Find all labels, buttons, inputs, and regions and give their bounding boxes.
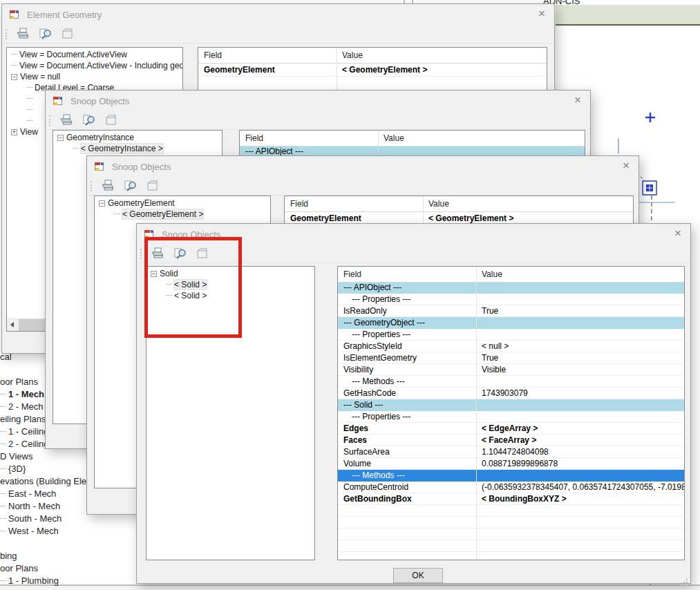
plus-box-icon[interactable]: +: [11, 129, 17, 135]
project-browser-item[interactable]: oor Plans: [0, 562, 152, 575]
field-cell: IsReadOnly: [338, 305, 476, 317]
grid-row[interactable]: Faces< FaceArray >: [338, 435, 684, 446]
print-preview-icon[interactable]: [122, 178, 139, 193]
tree-connector: [0, 468, 6, 471]
value-cell: < GeometryElement >: [337, 63, 547, 77]
grid-row[interactable]: --- Methods ---: [338, 376, 684, 388]
column-header-value[interactable]: Value: [482, 269, 502, 279]
item-label: eiling Plans: [0, 414, 46, 424]
grid-row[interactable]: --- Solid ---: [338, 399, 684, 411]
value-cell: 1743903079: [476, 388, 684, 399]
tree-item[interactable]: < GeometryElement >: [95, 209, 270, 220]
grid-row[interactable]: IsReadOnlyTrue: [338, 305, 684, 317]
grid-row[interactable]: --- Properties ---: [338, 411, 684, 423]
field-cell: --- GeometryObject ---: [338, 317, 476, 329]
value-cell: [476, 376, 684, 388]
grid-row[interactable]: GetBoundingBox< BoundingBoxXYZ >: [338, 493, 684, 505]
grid-row[interactable]: --- Methods ---: [338, 470, 684, 482]
field-cell: --- Properties ---: [338, 294, 476, 305]
printer-icon[interactable]: [100, 178, 116, 193]
field-cell: --- Methods ---: [338, 376, 476, 388]
titlebar[interactable]: Snoop Objects ×: [87, 156, 638, 177]
tree-item[interactable]: View = Document.ActiveView: [7, 49, 182, 60]
tree-connector: [26, 109, 32, 112]
grid-row[interactable]: Edges< EdgeArray >: [338, 423, 684, 435]
field-cell: --- Methods ---: [338, 470, 476, 482]
tree-connector: [0, 518, 6, 521]
grid-row[interactable]: --- Properties ---: [338, 329, 684, 341]
project-browser-item[interactable]: bing: [0, 550, 152, 562]
toolbar-grip[interactable]: [49, 115, 50, 126]
winforms-app-icon: [94, 161, 105, 172]
copy-icon[interactable]: [145, 178, 162, 193]
tree-item[interactable]: −GeometryInstance: [53, 132, 222, 143]
item-label: oor Plans: [0, 563, 38, 573]
value-cell: [476, 411, 684, 423]
grid-row[interactable]: --- APIObject ---: [338, 282, 684, 294]
grid-row[interactable]: --- Properties ---: [338, 294, 684, 305]
grid-row[interactable]: GetHashCode1743903079: [338, 388, 684, 399]
close-icon[interactable]: ×: [674, 227, 681, 240]
tree-item[interactable]: −GeometryElement: [95, 198, 270, 209]
scroll-left-arrow-icon[interactable]: [7, 319, 19, 331]
item-label: 1 - Mech: [8, 389, 44, 399]
value-cell: [476, 317, 684, 329]
close-icon[interactable]: ×: [623, 159, 630, 173]
tree-item[interactable]: −View = null: [7, 71, 182, 82]
column-header-value[interactable]: Value: [384, 133, 404, 143]
column-header-field[interactable]: Field: [245, 133, 263, 143]
item-label: evations (Building Eleva: [0, 476, 96, 486]
resize-grip-icon[interactable]: [686, 579, 688, 580]
scrollbar-thumb[interactable]: [19, 319, 45, 331]
toolbar-grip[interactable]: [140, 249, 142, 259]
tree-item[interactable]: View = Document.ActiveView - Including g…: [7, 60, 182, 71]
grid-row[interactable]: IsElementGeometryTrue: [338, 352, 684, 364]
grid-row[interactable]: GraphicsStyleId< null >: [338, 341, 684, 352]
grid-row[interactable]: VisibilityVisible: [338, 364, 684, 376]
column-header-field[interactable]: Field: [343, 269, 361, 279]
close-icon[interactable]: ×: [574, 93, 581, 107]
tree-item[interactable]: < GeometryInstance >: [53, 143, 222, 154]
value-cell: 1.1044724804098: [476, 446, 684, 458]
grid-row[interactable]: --- GeometryObject ---: [338, 317, 684, 329]
minus-box-icon[interactable]: −: [11, 74, 17, 80]
minus-box-icon[interactable]: −: [57, 135, 64, 141]
grid-row[interactable]: GeometryElement< GeometryElement >: [198, 63, 547, 77]
toolbar: [2, 25, 554, 44]
column-header-field[interactable]: Field: [290, 199, 308, 209]
minus-box-icon[interactable]: −: [99, 200, 105, 207]
field-cell: Faces: [338, 435, 476, 446]
tree-connector: [0, 394, 6, 397]
printer-icon[interactable]: [15, 26, 31, 41]
grid-row[interactable]: SurfaceArea1.1044724804098: [338, 446, 684, 458]
tree-connector: [0, 580, 6, 583]
tree-connector: [0, 444, 6, 446]
column-header-value[interactable]: Value: [428, 199, 449, 209]
item-label: D Views: [0, 451, 32, 461]
grid-row[interactable]: Volume0.088719899896878: [338, 458, 684, 470]
toolbar-grip[interactable]: [91, 181, 92, 191]
value-cell: Visible: [476, 364, 684, 376]
grid-row[interactable]: ComputeCentroid(-0.0635932378345407, 0.0…: [338, 482, 684, 493]
project-browser-item[interactable]: West - Mech: [0, 525, 152, 537]
field-cell: --- Properties ---: [338, 329, 476, 341]
copy-icon[interactable]: [104, 113, 120, 128]
printer-icon[interactable]: [58, 113, 75, 128]
item-label: 2 - Mech: [8, 401, 44, 412]
column-header-value[interactable]: Value: [342, 50, 363, 60]
project-browser-item[interactable]: 1 - Plumbing: [0, 575, 152, 587]
print-preview-icon[interactable]: [37, 26, 54, 41]
value-cell: < EdgeArray >: [476, 423, 684, 435]
titlebar[interactable]: Element Geometry ×: [2, 4, 554, 25]
column-header-field[interactable]: Field: [204, 50, 222, 60]
tree-connector: [0, 493, 6, 496]
toolbar-grip[interactable]: [6, 29, 7, 39]
tree-connector: [0, 431, 6, 434]
copy-icon[interactable]: [60, 26, 77, 41]
ok-button[interactable]: OK: [393, 568, 443, 583]
print-preview-icon[interactable]: [81, 113, 97, 128]
tree-label: < GeometryElement >: [122, 209, 203, 219]
winforms-app-icon: [53, 95, 64, 106]
titlebar[interactable]: Snoop Objects ×: [46, 91, 590, 111]
close-icon[interactable]: ×: [538, 7, 545, 21]
